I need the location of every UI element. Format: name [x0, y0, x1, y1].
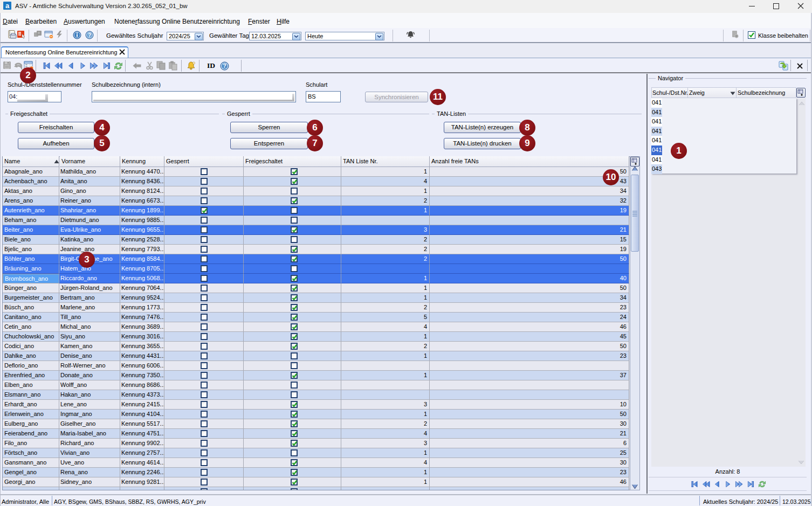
- svg-text:?: ?: [88, 32, 91, 38]
- svg-text:?: ?: [223, 63, 226, 69]
